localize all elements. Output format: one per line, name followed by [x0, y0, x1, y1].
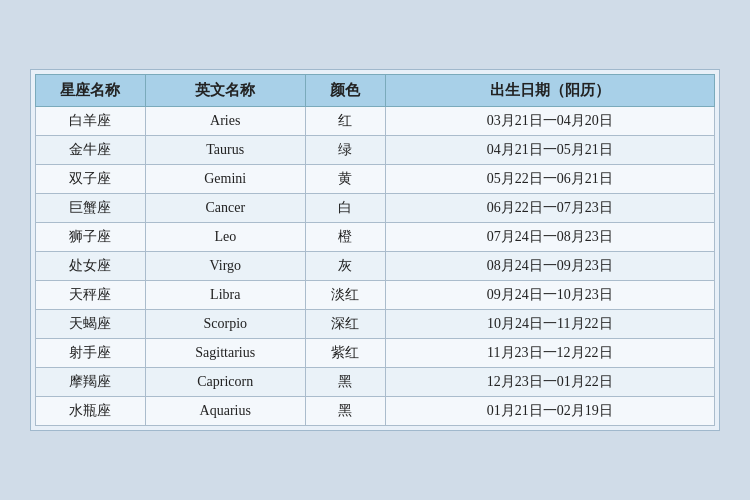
table-row: 白羊座Aries红03月21日一04月20日 — [36, 107, 715, 136]
cell-zh-name: 处女座 — [36, 252, 146, 281]
zodiac-table-container: 星座名称 英文名称 颜色 出生日期（阳历） 白羊座Aries红03月21日一04… — [30, 69, 720, 431]
table-row: 天蝎座Scorpio深红10月24日一11月22日 — [36, 310, 715, 339]
cell-date: 08月24日一09月23日 — [385, 252, 714, 281]
table-row: 射手座Sagittarius紫红11月23日一12月22日 — [36, 339, 715, 368]
cell-en-name: Capricorn — [145, 368, 305, 397]
cell-zh-name: 巨蟹座 — [36, 194, 146, 223]
cell-color: 黄 — [305, 165, 385, 194]
cell-en-name: Cancer — [145, 194, 305, 223]
table-row: 狮子座Leo橙07月24日一08月23日 — [36, 223, 715, 252]
cell-zh-name: 射手座 — [36, 339, 146, 368]
cell-color: 红 — [305, 107, 385, 136]
table-header-row: 星座名称 英文名称 颜色 出生日期（阳历） — [36, 75, 715, 107]
cell-zh-name: 天秤座 — [36, 281, 146, 310]
cell-zh-name: 狮子座 — [36, 223, 146, 252]
cell-color: 绿 — [305, 136, 385, 165]
cell-zh-name: 天蝎座 — [36, 310, 146, 339]
cell-en-name: Leo — [145, 223, 305, 252]
cell-date: 09月24日一10月23日 — [385, 281, 714, 310]
cell-color: 白 — [305, 194, 385, 223]
cell-en-name: Aries — [145, 107, 305, 136]
cell-en-name: Gemini — [145, 165, 305, 194]
cell-color: 黑 — [305, 397, 385, 426]
cell-en-name: Taurus — [145, 136, 305, 165]
cell-zh-name: 摩羯座 — [36, 368, 146, 397]
cell-color: 深红 — [305, 310, 385, 339]
table-row: 水瓶座Aquarius黑01月21日一02月19日 — [36, 397, 715, 426]
table-row: 天秤座Libra淡红09月24日一10月23日 — [36, 281, 715, 310]
cell-zh-name: 水瓶座 — [36, 397, 146, 426]
cell-color: 淡红 — [305, 281, 385, 310]
header-en-name: 英文名称 — [145, 75, 305, 107]
cell-color: 紫红 — [305, 339, 385, 368]
cell-date: 04月21日一05月21日 — [385, 136, 714, 165]
cell-date: 12月23日一01月22日 — [385, 368, 714, 397]
cell-zh-name: 双子座 — [36, 165, 146, 194]
cell-color: 黑 — [305, 368, 385, 397]
cell-color: 橙 — [305, 223, 385, 252]
cell-date: 10月24日一11月22日 — [385, 310, 714, 339]
cell-en-name: Scorpio — [145, 310, 305, 339]
cell-en-name: Virgo — [145, 252, 305, 281]
cell-date: 01月21日一02月19日 — [385, 397, 714, 426]
table-row: 处女座Virgo灰08月24日一09月23日 — [36, 252, 715, 281]
table-row: 双子座Gemini黄05月22日一06月21日 — [36, 165, 715, 194]
cell-date: 06月22日一07月23日 — [385, 194, 714, 223]
table-row: 金牛座Taurus绿04月21日一05月21日 — [36, 136, 715, 165]
table-row: 巨蟹座Cancer白06月22日一07月23日 — [36, 194, 715, 223]
cell-en-name: Aquarius — [145, 397, 305, 426]
zodiac-table: 星座名称 英文名称 颜色 出生日期（阳历） 白羊座Aries红03月21日一04… — [35, 74, 715, 426]
table-row: 摩羯座Capricorn黑12月23日一01月22日 — [36, 368, 715, 397]
cell-zh-name: 金牛座 — [36, 136, 146, 165]
cell-date: 07月24日一08月23日 — [385, 223, 714, 252]
cell-en-name: Sagittarius — [145, 339, 305, 368]
cell-color: 灰 — [305, 252, 385, 281]
cell-date: 03月21日一04月20日 — [385, 107, 714, 136]
cell-zh-name: 白羊座 — [36, 107, 146, 136]
table-body: 白羊座Aries红03月21日一04月20日金牛座Taurus绿04月21日一0… — [36, 107, 715, 426]
header-date: 出生日期（阳历） — [385, 75, 714, 107]
header-color: 颜色 — [305, 75, 385, 107]
cell-date: 11月23日一12月22日 — [385, 339, 714, 368]
header-zh-name: 星座名称 — [36, 75, 146, 107]
cell-en-name: Libra — [145, 281, 305, 310]
cell-date: 05月22日一06月21日 — [385, 165, 714, 194]
